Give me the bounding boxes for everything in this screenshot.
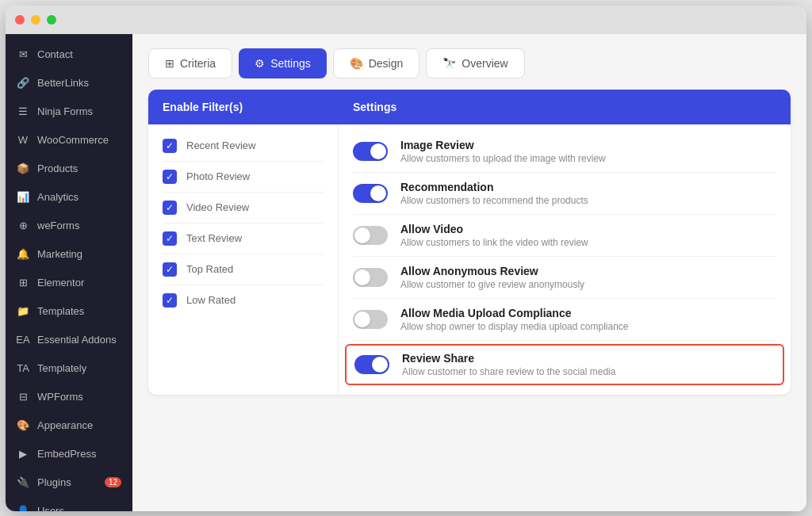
setting-item-recommendation: Recommendation Allow customers to recomm… bbox=[339, 173, 791, 214]
templately-icon: TA bbox=[17, 362, 29, 375]
setting-item-image-review: Image Review Allow customers to upload t… bbox=[339, 131, 791, 172]
sidebar-item-templates[interactable]: 📁 Templates bbox=[6, 297, 132, 326]
toggle-thumb bbox=[354, 312, 370, 327]
toggle-thumb bbox=[354, 227, 370, 243]
design-icon: 🎨 bbox=[350, 57, 363, 70]
filter-item-photo-review[interactable]: ✓ Photo Review bbox=[148, 162, 338, 192]
sidebar-item-contact[interactable]: ✉ Contact bbox=[6, 40, 132, 69]
filter-label-video-review: Video Review bbox=[186, 201, 249, 213]
toggle-track bbox=[353, 142, 388, 161]
maximize-button[interactable] bbox=[47, 15, 56, 25]
toggle-media-upload[interactable] bbox=[353, 310, 388, 329]
toggle-track bbox=[354, 355, 389, 374]
sidebar-item-label: Essential Addons bbox=[37, 334, 117, 346]
sidebar-item-embedpress[interactable]: ▶ EmbedPress bbox=[6, 440, 132, 468]
betterlinks-icon: 🔗 bbox=[17, 77, 29, 90]
sidebar-item-label: Contact bbox=[37, 48, 73, 60]
setting-title-image-review: Image Review bbox=[400, 139, 776, 151]
appearance-icon: 🎨 bbox=[17, 419, 29, 432]
wpforms-icon: ⊟ bbox=[17, 391, 29, 403]
sidebar: ✉ Contact 🔗 BetterLinks ☰ Ninja Forms W … bbox=[6, 34, 132, 511]
filter-item-low-rated[interactable]: ✓ Low Rated bbox=[148, 285, 338, 315]
main-content: ⊞ Criteria ⚙ Settings 🎨 Design 🔭 Overvie… bbox=[132, 34, 806, 511]
tab-design[interactable]: 🎨 Design bbox=[333, 48, 420, 78]
sidebar-item-label: Elementor bbox=[37, 277, 84, 289]
tab-settings[interactable]: ⚙ Settings bbox=[239, 48, 327, 78]
toggle-allow-anonymous[interactable] bbox=[353, 268, 388, 287]
checkbox-text-review[interactable]: ✓ bbox=[163, 231, 177, 246]
checkbox-recent-review[interactable]: ✓ bbox=[163, 139, 177, 153]
sidebar-item-label: Marketing bbox=[37, 248, 82, 260]
checkmark: ✓ bbox=[166, 265, 174, 274]
setting-info-recommendation: Recommendation Allow customers to recomm… bbox=[400, 181, 776, 206]
sidebar-item-woocommerce[interactable]: W WooCommerce bbox=[6, 126, 132, 155]
sidebar-item-plugins[interactable]: 🔌 Plugins 12 bbox=[6, 468, 132, 497]
toggle-thumb bbox=[354, 269, 370, 285]
sidebar-item-appearance[interactable]: 🎨 Appearance bbox=[6, 411, 132, 440]
checkbox-video-review[interactable]: ✓ bbox=[163, 201, 177, 215]
app-window: ✉ Contact 🔗 BetterLinks ☰ Ninja Forms W … bbox=[6, 6, 806, 511]
sidebar-item-elementor[interactable]: ⊞ Elementor bbox=[6, 269, 132, 297]
checkbox-photo-review[interactable]: ✓ bbox=[163, 170, 177, 184]
filter-item-text-review[interactable]: ✓ Text Review bbox=[148, 224, 338, 254]
setting-info-media-upload: Allow Media Upload Compliance Allow shop… bbox=[400, 307, 776, 332]
setting-info-allow-video: Allow Video Allow customers to link the … bbox=[400, 223, 776, 248]
sidebar-item-marketing[interactable]: 🔔 Marketing bbox=[6, 240, 132, 269]
tab-label: Settings bbox=[270, 57, 311, 70]
criteria-icon: ⊞ bbox=[165, 57, 174, 70]
toggle-allow-video[interactable] bbox=[353, 226, 388, 245]
sidebar-item-label: Products bbox=[37, 162, 78, 174]
sidebar-item-analytics[interactable]: 📊 Analytics bbox=[6, 183, 132, 212]
checkbox-low-rated[interactable]: ✓ bbox=[163, 293, 177, 308]
settings-panel: Enable Filter(s) Settings ✓ Recent Revie… bbox=[148, 90, 791, 395]
checkmark: ✓ bbox=[166, 141, 174, 151]
toggle-thumb bbox=[372, 357, 388, 373]
setting-info-image-review: Image Review Allow customers to upload t… bbox=[400, 139, 776, 164]
tab-overview[interactable]: 🔭 Overview bbox=[426, 48, 524, 78]
tab-label: Design bbox=[369, 57, 404, 70]
marketing-icon: 🔔 bbox=[17, 248, 29, 261]
embedpress-icon: ▶ bbox=[17, 448, 29, 461]
sidebar-item-weforms[interactable]: ⊕ weForms bbox=[6, 212, 132, 240]
filter-label-photo-review: Photo Review bbox=[186, 170, 250, 182]
sidebar-item-wpforms[interactable]: ⊟ WPForms bbox=[6, 383, 132, 411]
products-icon: 📦 bbox=[17, 162, 29, 175]
filter-label-text-review: Text Review bbox=[186, 232, 242, 244]
checkmark: ✓ bbox=[166, 172, 174, 182]
filter-panel-header: Enable Filter(s) bbox=[148, 90, 339, 124]
sidebar-item-betterlinks[interactable]: 🔗 BetterLinks bbox=[6, 69, 132, 97]
filter-label-low-rated: Low Rated bbox=[186, 294, 236, 306]
setting-title-media-upload: Allow Media Upload Compliance bbox=[400, 307, 776, 319]
checkbox-top-rated[interactable]: ✓ bbox=[163, 262, 177, 277]
woocommerce-icon: W bbox=[17, 134, 29, 147]
sidebar-item-users[interactable]: 👤 Users bbox=[6, 497, 132, 511]
filter-item-recent-review[interactable]: ✓ Recent Review bbox=[148, 131, 338, 161]
content-area: Enable Filter(s) Settings ✓ Recent Revie… bbox=[132, 90, 806, 511]
toggle-image-review[interactable] bbox=[353, 142, 388, 161]
filter-item-top-rated[interactable]: ✓ Top Rated bbox=[148, 254, 338, 285]
titlebar bbox=[6, 6, 806, 34]
toggle-recommendation[interactable] bbox=[353, 184, 388, 203]
sidebar-item-label: Appearance bbox=[37, 419, 93, 431]
toggle-review-share[interactable] bbox=[354, 355, 389, 374]
setting-title-review-share: Review Share bbox=[402, 352, 775, 365]
filter-list: ✓ Recent Review ✓ Photo Review ✓ Video R… bbox=[148, 124, 339, 395]
overview-icon: 🔭 bbox=[442, 57, 456, 70]
minimize-button[interactable] bbox=[31, 15, 40, 25]
sidebar-item-ninja-forms[interactable]: ☰ Ninja Forms bbox=[6, 97, 132, 126]
filter-item-video-review[interactable]: ✓ Video Review bbox=[148, 193, 338, 223]
setting-title-allow-anonymous: Allow Anonymous Review bbox=[400, 265, 776, 277]
tab-criteria[interactable]: ⊞ Criteria bbox=[148, 48, 232, 78]
toggle-track bbox=[353, 184, 388, 203]
close-button[interactable] bbox=[15, 15, 25, 25]
setting-desc-image-review: Allow customers to upload the image with… bbox=[400, 153, 776, 164]
setting-desc-allow-anonymous: Allow customer to give review anonymousl… bbox=[400, 279, 776, 290]
templates-icon: 📁 bbox=[17, 305, 29, 318]
sidebar-item-products[interactable]: 📦 Products bbox=[6, 155, 132, 183]
sidebar-item-essential-addons[interactable]: EA Essential Addons bbox=[6, 326, 132, 354]
sidebar-item-label: Ninja Forms bbox=[37, 105, 93, 117]
sidebar-item-label: Templately bbox=[37, 362, 86, 374]
setting-item-allow-anonymous: Allow Anonymous Review Allow customer to… bbox=[339, 257, 791, 298]
setting-desc-allow-video: Allow customers to link the video with r… bbox=[400, 237, 776, 248]
sidebar-item-templately[interactable]: TA Templately bbox=[6, 354, 132, 383]
